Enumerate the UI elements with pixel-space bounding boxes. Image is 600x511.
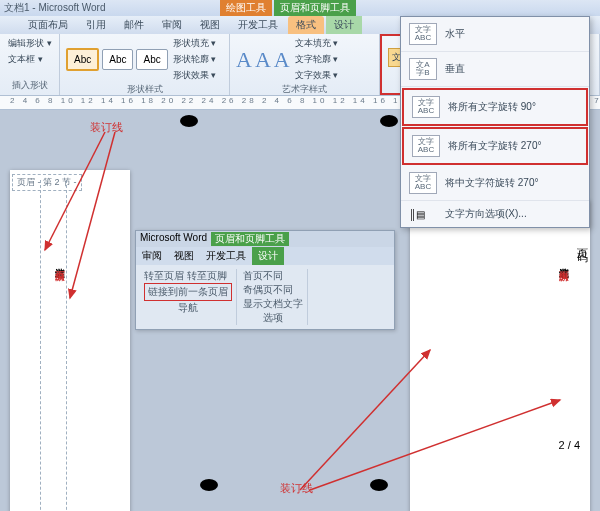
inset-title: Microsoft Word	[140, 232, 207, 246]
inset-tab-dev: 开发工具	[200, 247, 252, 265]
tab-pagelayout[interactable]: 页面布局	[20, 16, 76, 34]
group-label: 艺术字样式	[236, 83, 373, 97]
selection-handle[interactable]	[380, 115, 398, 127]
titlebar: 文档1 - Microsoft Word 绘图工具 页眉和页脚工具	[0, 0, 600, 16]
dd-horizontal[interactable]: 文字ABC 水平	[401, 17, 589, 52]
page-right	[410, 200, 590, 511]
horizontal-icon: 文字ABC	[409, 23, 437, 45]
shape-fill-button[interactable]: 形状填充 ▾	[171, 36, 219, 51]
inset-show-doc: 显示文档文字	[243, 297, 303, 311]
textbox-button[interactable]: 文本框 ▾	[6, 52, 45, 67]
inset-odd-even: 奇偶页不同	[243, 283, 303, 297]
text-outline-button[interactable]: 文字轮廓 ▾	[293, 52, 341, 67]
inset-screenshot: Microsoft Word 页眉和页脚工具 审阅 视图 开发工具 设计 转至页…	[135, 230, 395, 330]
selection-handle[interactable]	[200, 479, 218, 491]
margin-guide	[40, 180, 41, 511]
window-title: 文档1 - Microsoft Word	[4, 1, 106, 15]
inset-context: 页眉和页脚工具	[211, 232, 289, 246]
group-shape-styles: Abc Abc Abc 形状填充 ▾ 形状轮廓 ▾ 形状效果 ▾ 形状样式	[60, 34, 230, 95]
tab-design[interactable]: 设计	[326, 16, 362, 34]
edit-shape-button[interactable]: 编辑形状 ▾	[6, 36, 54, 51]
group-insert-shapes: 编辑形状 ▾ 文本框 ▾ 插入形状	[0, 34, 60, 95]
margin-guide	[66, 180, 67, 511]
wordart-style-3[interactable]: A	[274, 47, 290, 73]
inset-goto: 转至页眉 转至页脚	[144, 269, 232, 283]
text-direction-dropdown: 文字ABC 水平 文A字B 垂直 文字ABC 将所有文字旋转 90° 文字ABC…	[400, 16, 590, 228]
rotate270-icon: 文字ABC	[412, 135, 440, 157]
shape-outline-button[interactable]: 形状轮廓 ▾	[171, 52, 219, 67]
vertical-icon: 文A字B	[409, 58, 437, 80]
inset-first-diff: 首页不同	[243, 269, 303, 283]
inset-tab-view: 视图	[168, 247, 200, 265]
inset-opt-label: 选项	[243, 311, 303, 325]
shape-style-3[interactable]: Abc	[136, 49, 167, 70]
dd-vertical[interactable]: 文A字B 垂直	[401, 52, 589, 87]
anno-pageno: 页 码	[575, 240, 590, 243]
inset-tab-review: 审阅	[136, 247, 168, 265]
dd-options[interactable]: ║▤ 文字方向选项(X)...	[401, 201, 589, 227]
anno-top-binding: 上端装订 纵向页眉	[52, 260, 66, 263]
selection-handle[interactable]	[370, 479, 388, 491]
header-section-indicator: 页眉 - 第 2 节 -	[12, 174, 82, 191]
page-number: 2 / 4	[559, 439, 580, 451]
wordart-style-1[interactable]: A	[236, 47, 252, 73]
inset-nav-label: 导航	[144, 301, 232, 315]
tab-mailings[interactable]: 邮件	[116, 16, 152, 34]
shape-style-1[interactable]: Abc	[66, 48, 99, 71]
group-label: 插入形状	[6, 79, 53, 93]
header-footer-tools-tab[interactable]: 页眉和页脚工具	[274, 0, 356, 16]
wordart-style-2[interactable]: A	[255, 47, 271, 73]
page-left	[10, 170, 130, 511]
text-fill-button[interactable]: 文本填充 ▾	[293, 36, 341, 51]
anno-binding-top: 装订线	[90, 120, 123, 135]
inset-link-prev: 链接到前一条页眉	[144, 283, 232, 301]
dd-rotate-90[interactable]: 文字ABC 将所有文字旋转 90°	[402, 88, 588, 126]
group-label: 形状样式	[66, 83, 223, 97]
selection-handle[interactable]	[180, 115, 198, 127]
anno-binding-bottom: 装订线	[280, 481, 313, 496]
group-wordart-styles: A A A 文本填充 ▾ 文字轮廓 ▾ 文字效果 ▾ 艺术字样式	[230, 34, 380, 95]
dd-rotate-270[interactable]: 文字ABC 将所有文字旋转 270°	[402, 127, 588, 165]
dd-cjk-270[interactable]: 文字ABC 将中文字符旋转 270°	[401, 166, 589, 201]
shape-style-2[interactable]: Abc	[102, 49, 133, 70]
tab-references[interactable]: 引用	[78, 16, 114, 34]
anno-bottom-binding: 底端装订 纵向页脚	[556, 260, 570, 263]
tab-view[interactable]: 视图	[192, 16, 228, 34]
drawing-tools-tab[interactable]: 绘图工具	[220, 0, 272, 16]
inset-tab-design: 设计	[252, 247, 284, 265]
cjk270-icon: 文字ABC	[409, 172, 437, 194]
tab-review[interactable]: 审阅	[154, 16, 190, 34]
contextual-tool-tabs: 绘图工具 页眉和页脚工具	[220, 0, 356, 16]
rotate90-icon: 文字ABC	[412, 96, 440, 118]
options-icon: ║▤	[409, 209, 437, 220]
tab-format[interactable]: 格式	[288, 16, 324, 34]
tab-developer[interactable]: 开发工具	[230, 16, 286, 34]
text-effects-button[interactable]: 文字效果 ▾	[293, 68, 341, 83]
shape-effects-button[interactable]: 形状效果 ▾	[171, 68, 219, 83]
